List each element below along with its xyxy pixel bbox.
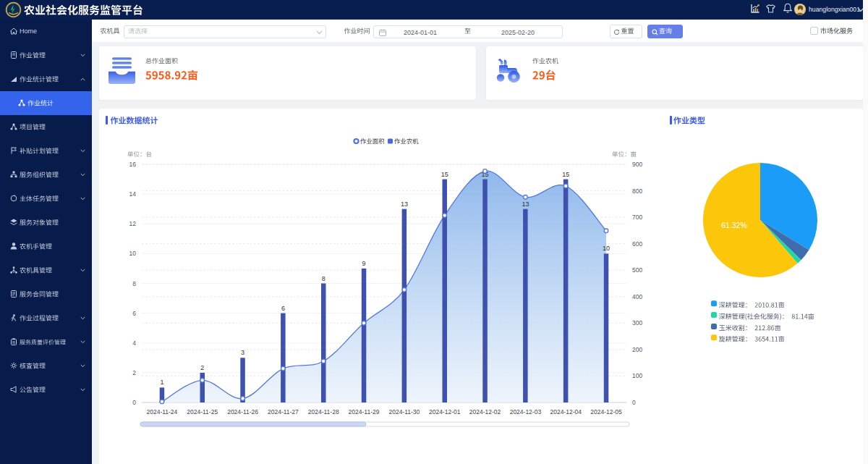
svg-text:2: 2 — [200, 364, 204, 371]
svg-text:2024-12-02: 2024-12-02 — [469, 408, 501, 416]
svg-text:2024-12-05: 2024-12-05 — [590, 408, 622, 416]
svg-text:2024-11-30: 2024-11-30 — [388, 408, 420, 416]
svg-text:15: 15 — [562, 171, 569, 178]
svg-text:2024-11-26: 2024-11-26 — [227, 408, 258, 416]
svg-text:12: 12 — [129, 220, 137, 227]
svg-text:500: 500 — [632, 266, 642, 274]
svg-text:800: 800 — [632, 187, 642, 195]
svg-text:6: 6 — [281, 305, 285, 312]
svg-text:15: 15 — [441, 171, 448, 178]
svg-text:1: 1 — [160, 379, 163, 386]
svg-text:3: 3 — [241, 349, 244, 356]
svg-text:700: 700 — [632, 214, 642, 221]
svg-text:13: 13 — [522, 201, 529, 208]
svg-text:2024-11-24: 2024-11-24 — [146, 408, 177, 416]
svg-text:100: 100 — [632, 372, 642, 379]
svg-text:61.32%: 61.32% — [721, 221, 747, 229]
svg-text:8: 8 — [132, 280, 136, 287]
svg-text:16: 16 — [129, 161, 137, 168]
svg-text:200: 200 — [632, 346, 642, 353]
svg-text:300: 300 — [632, 319, 642, 326]
svg-text:600: 600 — [632, 240, 642, 248]
svg-text:2024-12-04: 2024-12-04 — [550, 408, 582, 416]
svg-text:10: 10 — [603, 245, 610, 252]
svg-text:2024-12-03: 2024-12-03 — [510, 408, 542, 416]
svg-text:9: 9 — [362, 260, 365, 267]
svg-text:4: 4 — [132, 339, 136, 347]
svg-text:2024-11-27: 2024-11-27 — [268, 408, 299, 416]
svg-text:900: 900 — [632, 161, 642, 168]
svg-text:14: 14 — [129, 190, 137, 198]
svg-text:0: 0 — [632, 399, 636, 406]
svg-text:8: 8 — [322, 275, 326, 282]
svg-text:0: 0 — [132, 399, 136, 406]
svg-text:2024-11-25: 2024-11-25 — [187, 408, 218, 416]
svg-text:2024-11-28: 2024-11-28 — [308, 408, 339, 416]
svg-text:400: 400 — [632, 293, 642, 300]
svg-text:10: 10 — [129, 250, 137, 257]
svg-text:6: 6 — [132, 310, 136, 317]
svg-text:2024-11-29: 2024-11-29 — [349, 408, 380, 416]
svg-text:2: 2 — [132, 369, 136, 376]
svg-text:13: 13 — [401, 201, 408, 208]
svg-text:2024-12-01: 2024-12-01 — [429, 408, 461, 416]
